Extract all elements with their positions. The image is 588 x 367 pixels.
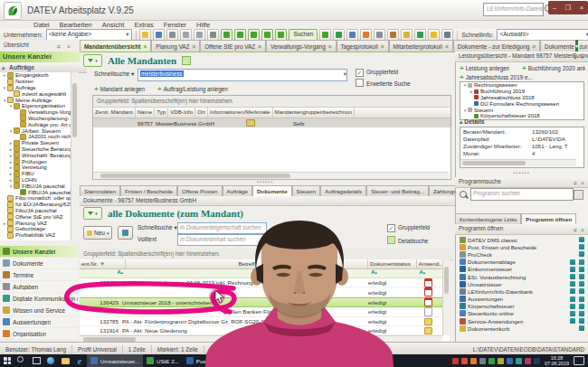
docs-tab[interactable]: Fristen / Bescheide [120, 185, 177, 196]
sidebar-nav-item[interactable]: Dokumente [0, 258, 78, 269]
open-with-client-icon[interactable] [570, 318, 575, 324]
column-header[interactable]: Typ [155, 108, 168, 118]
right-splitter[interactable]: •••••• [455, 170, 588, 175]
menu-item[interactable]: Datei [33, 21, 50, 29]
docs-tab[interactable]: Dokumente [252, 185, 292, 196]
taskbar-clock[interactable]: 16:2807.06.2019 [540, 355, 574, 366]
open-programm-icon[interactable] [579, 288, 584, 294]
menu-item[interactable]: Ansicht [102, 21, 125, 29]
column-header[interactable]: Mandantengruppenbezeichnun [273, 108, 355, 118]
tab-close-icon[interactable]: × [381, 43, 384, 50]
docs-tab[interactable]: Zahlungsverkehr [429, 185, 455, 196]
tray-icon[interactable] [452, 358, 459, 364]
main-tab[interactable]: Dokumente - zur Erledigung× [453, 40, 540, 52]
sidebar-nav-item[interactable]: Termine [0, 269, 78, 281]
column-header[interactable]: Name [136, 108, 156, 118]
tree-item[interactable]: Aufträge pro: Art un... [0, 121, 71, 127]
docs-tab[interactable]: Stammdaten [80, 185, 120, 196]
leistung-tree-item[interactable]: DÜ Formulare Rechnungswesen [460, 100, 583, 107]
pin-icon[interactable]: ∓ [573, 226, 577, 235]
open-programm-icon[interactable] [579, 296, 584, 302]
details-hscrollbar[interactable] [460, 159, 576, 166]
sidebar-nav-item[interactable]: Aufgaben [0, 281, 78, 293]
tray-icon[interactable] [498, 358, 504, 364]
tab-close-icon[interactable]: × [532, 43, 536, 50]
refresh-view-button[interactable] [118, 226, 133, 240]
internet-explorer-icon[interactable]: e [72, 354, 87, 367]
tree-item[interactable]: FIBU/JA pauschal [0, 183, 71, 189]
sidebar-nav-item[interactable]: Organisation [0, 328, 78, 340]
mandant-anlegen-link[interactable]: +Mandant anlegen [94, 85, 145, 93]
tree-item[interactable]: Steuerliche Beratung [0, 146, 71, 153]
programm-item[interactable]: DATEV DMS classic [455, 236, 586, 243]
tree-item[interactable]: Eigenorganisation [0, 103, 71, 109]
tree-item[interactable]: Private Steuern [0, 140, 71, 146]
start-button[interactable] [0, 354, 14, 367]
jahresabschluss-anlegen-link[interactable]: +Jahresabschluss 2019 e... [460, 73, 533, 81]
file-explorer-icon[interactable] [58, 354, 72, 367]
sidebar-nav-item[interactable]: Unsere Kanzlei [0, 246, 78, 258]
tree-item[interactable]: Aufträge [0, 85, 71, 91]
tree-item[interactable]: Vertretung [0, 165, 71, 171]
view-switch-icon[interactable] [182, 56, 191, 65]
leistung-tree-item[interactable]: Jahresabschluss 2018 [460, 95, 583, 101]
tray-icon[interactable] [516, 358, 522, 364]
docs-vscrollbar[interactable] [442, 259, 450, 335]
tab-kontextbezogene-links[interactable]: Kontextbezogene Links [455, 213, 521, 224]
tab-close-icon[interactable]: × [328, 43, 332, 50]
open-with-client-icon[interactable] [570, 267, 575, 272]
mandanten-hscrollbar[interactable] [93, 172, 449, 179]
programm-item[interactable]: Service-Anwendungen [455, 317, 586, 325]
new-document-button[interactable]: Neu▾ [83, 226, 112, 240]
menu-item[interactable]: Fenster [164, 21, 186, 29]
details-section-header[interactable]: ▴ Details [460, 118, 485, 126]
programm-item[interactable]: Körperschaftsteuer [455, 303, 586, 310]
leistung-tree-item[interactable]: Buchführung 2019 [460, 89, 583, 95]
programm-item[interactable]: Dokumentenablage [455, 259, 586, 266]
tree-item[interactable]: Geburtstage [0, 226, 71, 232]
open-with-client-icon[interactable] [570, 311, 575, 316]
open-with-client-icon[interactable] [570, 288, 575, 294]
open-programm-icon[interactable] [579, 318, 584, 324]
buchfuehrung-anlegen-link[interactable]: +Buchführung 2020 anle... [522, 64, 585, 72]
task-view-icon[interactable] [29, 354, 43, 367]
main-tab[interactable]: Planung VAZ× [151, 40, 200, 52]
column-header[interactable]: VDB-Info [168, 108, 195, 118]
tab-overflow-button[interactable]: ▾ [575, 40, 578, 52]
main-tab[interactable]: Tagesprotokoll× [337, 40, 389, 52]
menu-item[interactable]: Bearbeiten [60, 21, 92, 29]
leistung-tree-item[interactable]: Steuern [460, 107, 583, 113]
main-tab[interactable]: Verwaltungs-Vorgang× [266, 40, 337, 52]
programm-item[interactable]: Dokumentenkorb [455, 325, 586, 332]
open-programm-icon[interactable] [579, 281, 584, 287]
auftrag-anlegen-link[interactable]: +Auftrag/Leistung anlegen [157, 85, 228, 93]
gruppierfeld-checkbox[interactable]: ✓Gruppierfeld [356, 69, 398, 77]
tab-programm-oeffnen[interactable]: Programm öffnen [521, 213, 576, 224]
leistung-anlegen-link[interactable]: +Leistung anlegen [460, 64, 509, 72]
tree-item[interactable]: FIBU [0, 171, 71, 177]
tray-icon[interactable] [461, 358, 468, 364]
programm-item[interactable]: Umsatzsteuer [455, 280, 586, 287]
tray-icon[interactable] [507, 358, 513, 364]
open-with-client-icon[interactable] [570, 259, 575, 265]
menu-item[interactable]: Hilfe [196, 21, 210, 29]
open-programm-icon[interactable] [579, 311, 584, 316]
programm-item[interactable]: Post, Fristen und Bescheide [455, 243, 586, 250]
column-header[interactable]: Informationen/Merkmale [208, 108, 273, 118]
tree-item[interactable]: Wochenplanung- S... [0, 116, 71, 122]
tree-item[interactable]: Notizen [0, 79, 71, 85]
tree-item[interactable]: Eingangskorb [0, 72, 71, 79]
sidebar-nav-item[interactable]: Wissen und Service [0, 305, 78, 316]
tab-close-icon[interactable]: × [258, 43, 261, 50]
tree-item[interactable]: Planung VAZ [0, 220, 71, 226]
sidebar-nav-item[interactable]: Digitale Kommunikation mit ... [0, 293, 78, 305]
tray-icon[interactable] [479, 358, 486, 364]
lexinform-search-input[interactable]: LEXinform/Info-Datenbank [483, 3, 544, 16]
tree-item[interactable]: Fibu monatlich. oder quartal [0, 195, 71, 202]
open-programm-icon[interactable] [579, 251, 584, 257]
programm-item[interactable]: ProCheck [455, 250, 586, 258]
open-programm-icon[interactable] [579, 259, 584, 265]
docs-tab[interactable]: Auftragsdetails [320, 185, 366, 196]
notification-center-icon[interactable] [574, 356, 584, 365]
column-header[interactable]: Zentr. Mandant [93, 108, 136, 118]
